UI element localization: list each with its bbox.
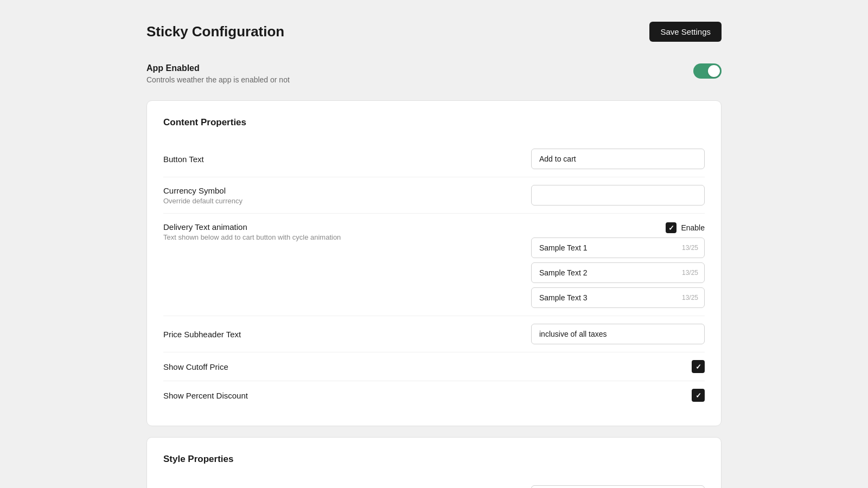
save-settings-button[interactable]: Save Settings [649, 22, 722, 42]
delivery-enable-checkbox[interactable]: ✓ [666, 222, 676, 233]
button-border-radius-control [531, 485, 705, 488]
page-header: Sticky Configuration Save Settings [146, 22, 722, 42]
toggle-thumb [708, 65, 720, 77]
delivery-text-enable-row: ✓ Enable [666, 222, 705, 233]
button-border-radius-row: Button border radius [163, 478, 705, 488]
show-cutoff-price-control: ✓ [692, 360, 705, 373]
button-text-row: Button Text [163, 141, 705, 177]
show-cutoff-price-label: Show Cutoff Price [163, 362, 692, 371]
show-percent-discount-checkbox[interactable]: ✓ [692, 389, 705, 402]
app-enabled-section: App Enabled Controls weather the app is … [146, 63, 722, 84]
delivery-text-3-count: 13/25 [682, 294, 698, 301]
show-cutoff-price-row: Show Cutoff Price ✓ [163, 352, 705, 381]
currency-symbol-input[interactable] [531, 185, 705, 206]
app-enabled-label: App Enabled [146, 63, 290, 73]
button-text-input[interactable] [531, 149, 705, 169]
price-subheader-label-area: Price Subheader Text [163, 330, 531, 339]
button-text-control [531, 149, 705, 169]
delivery-text-2-wrapper: 13/25 [531, 262, 705, 283]
button-text-label: Button Text [163, 155, 531, 164]
app-enabled-left: App Enabled Controls weather the app is … [146, 63, 290, 84]
show-cutoff-price-checkbox[interactable]: ✓ [692, 360, 705, 373]
price-subheader-control [531, 324, 705, 344]
currency-symbol-sublabel: Override default currency [163, 197, 531, 205]
delivery-text-1-wrapper: 13/25 [531, 237, 705, 258]
currency-symbol-label-area: Currency Symbol Override default currenc… [163, 186, 531, 205]
show-cutoff-price-label-area: Show Cutoff Price [163, 362, 692, 371]
currency-symbol-control [531, 185, 705, 206]
delivery-text-3-wrapper: 13/25 [531, 287, 705, 308]
show-percent-discount-label-area: Show Percent Discount [163, 391, 692, 400]
app-enabled-description: Controls weather the app is enabled or n… [146, 75, 290, 84]
delivery-text-sublabel: Text shown below add to cart button with… [163, 233, 531, 241]
delivery-text-2-input[interactable] [531, 262, 705, 283]
delivery-text-2-count: 13/25 [682, 269, 698, 277]
content-properties-title: Content Properties [163, 117, 705, 128]
app-enabled-toggle-wrapper [693, 63, 722, 79]
delivery-enable-label: Enable [681, 223, 705, 232]
style-properties-card: Style Properties Button border radius [146, 437, 722, 488]
delivery-text-1-count: 13/25 [682, 244, 698, 252]
show-percent-discount-label: Show Percent Discount [163, 391, 692, 400]
app-enabled-toggle[interactable] [693, 63, 722, 79]
delivery-text-label-area: Delivery Text animation Text shown below… [163, 222, 531, 241]
currency-symbol-row: Currency Symbol Override default currenc… [163, 177, 705, 214]
page-title: Sticky Configuration [146, 23, 284, 40]
style-properties-title: Style Properties [163, 454, 705, 465]
checkmark-icon: ✓ [668, 224, 674, 232]
button-text-label-area: Button Text [163, 155, 531, 164]
content-properties-card: Content Properties Button Text Currency … [146, 100, 722, 426]
currency-symbol-label: Currency Symbol [163, 186, 531, 195]
show-percent-discount-row: Show Percent Discount ✓ [163, 381, 705, 409]
delivery-text-1-input[interactable] [531, 237, 705, 258]
discount-checkmark-icon: ✓ [695, 392, 701, 399]
delivery-text-controls: ✓ Enable 13/25 13/25 13/25 [531, 222, 705, 308]
price-subheader-input[interactable] [531, 324, 705, 344]
show-percent-discount-control: ✓ [692, 389, 705, 402]
toggle-track [693, 63, 722, 79]
price-subheader-row: Price Subheader Text [163, 316, 705, 352]
price-subheader-label: Price Subheader Text [163, 330, 531, 339]
delivery-text-label: Delivery Text animation [163, 222, 531, 232]
button-border-radius-input[interactable] [531, 485, 705, 488]
cutoff-checkmark-icon: ✓ [695, 363, 701, 370]
delivery-text-3-input[interactable] [531, 287, 705, 308]
delivery-text-row: Delivery Text animation Text shown below… [163, 214, 705, 316]
